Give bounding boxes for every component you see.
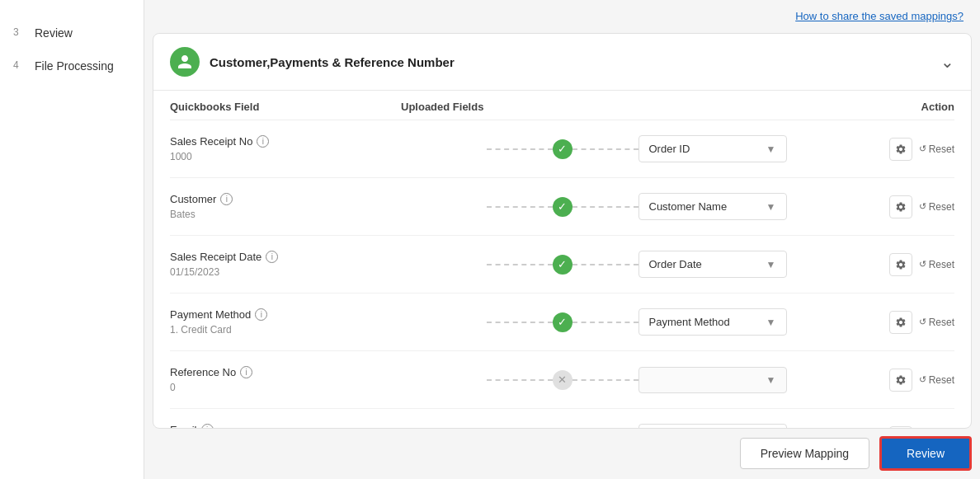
status-circle-empty: ✕	[553, 370, 572, 390]
uploaded-field-dropdown-2[interactable]: Order Date ▼	[638, 251, 787, 278]
qb-field-name-text: Email	[170, 424, 197, 428]
preview-mapping-button[interactable]: Preview Mapping	[740, 438, 869, 469]
uploaded-field-dropdown-3[interactable]: Payment Method ▼	[638, 308, 787, 336]
table-row: EmailiBates@gmail.com✓ Customer Email ▼ …	[170, 409, 954, 428]
status-circle-success: ✓	[553, 312, 572, 332]
uploaded-field-dropdown-4[interactable]: ▼	[638, 367, 787, 393]
qb-field-value-text: 1000	[170, 151, 401, 162]
sidebar-item-review[interactable]: 3 Review	[0, 16, 144, 49]
reset-button[interactable]: ↺Reset	[919, 201, 954, 213]
gear-settings-button[interactable]	[889, 369, 912, 392]
step-4-number: 4	[13, 59, 26, 71]
status-circle-success: ✓	[553, 255, 572, 275]
reset-icon: ↺	[919, 317, 926, 327]
info-icon[interactable]: i	[266, 251, 278, 263]
step-3-number: 3	[13, 26, 26, 38]
connector-line-left	[487, 206, 553, 208]
qb-field-name-text: Payment Method	[170, 308, 251, 321]
uploaded-field-dropdown-0[interactable]: Order ID ▼	[638, 135, 787, 162]
gear-settings-button[interactable]	[889, 426, 912, 429]
sidebar-item-file-processing-label: File Processing	[35, 59, 114, 73]
dropdown-selected-text: Order Date	[649, 258, 702, 270]
qb-field-4: Reference Noi0	[170, 366, 401, 393]
mapping-card: Customer,Payments & Reference Number ⌄ Q…	[153, 33, 972, 429]
reset-label: Reset	[929, 374, 954, 386]
reset-icon: ↺	[919, 259, 926, 270]
main-content: Customer,Payments & Reference Number ⌄ Q…	[153, 33, 972, 438]
card-body: Quickbooks Field Uploaded Fields Action …	[153, 91, 971, 428]
reset-label: Reset	[929, 143, 954, 155]
sidebar-item-review-label: Review	[35, 26, 73, 40]
table-row: Sales Receipt Noi1000✓ Order ID ▼ ↺Reset	[170, 120, 954, 178]
qb-field-name-text: Reference No	[170, 366, 236, 378]
qb-field-name-text: Sales Receipt Date	[170, 251, 261, 263]
status-circle-success: ✓	[553, 197, 572, 217]
connector-line-left	[487, 322, 553, 323]
card-title: Customer,Payments & Reference Number	[210, 55, 455, 69]
table-row: CustomeriBates✓ Customer Name ▼ ↺Reset	[170, 178, 954, 236]
info-icon[interactable]: i	[201, 424, 214, 428]
col-quickbooks-header: Quickbooks Field	[170, 101, 401, 113]
qb-field-2: Sales Receipt Datei01/15/2023	[170, 251, 401, 278]
info-icon[interactable]: i	[240, 366, 252, 378]
reset-icon: ↺	[919, 143, 926, 154]
reset-button[interactable]: ↺Reset	[919, 374, 954, 386]
reset-button[interactable]: ↺Reset	[919, 317, 954, 328]
info-icon[interactable]: i	[220, 193, 233, 205]
gear-settings-button[interactable]	[889, 138, 912, 161]
qb-field-value-text: 01/15/2023	[170, 266, 401, 278]
connector-line-left	[487, 148, 553, 150]
gear-settings-button[interactable]	[889, 195, 912, 218]
dropdown-arrow-icon: ▼	[766, 201, 776, 213]
col-uploaded-header: Uploaded Fields	[401, 101, 872, 113]
section-avatar-icon	[170, 47, 200, 77]
gear-settings-button[interactable]	[889, 311, 912, 334]
dropdown-arrow-icon: ▼	[766, 259, 776, 270]
connector-line-right	[572, 264, 638, 265]
how-to-share-link[interactable]: How to share the saved mappings?	[795, 10, 964, 22]
uploaded-field-dropdown-5[interactable]: Customer Email ▼	[638, 424, 787, 428]
qb-field-value-text: 1. Credit Card	[170, 324, 401, 336]
card-header: Customer,Payments & Reference Number ⌄	[153, 34, 971, 91]
connector-line-right	[572, 379, 638, 381]
qb-field-value-text: 0	[170, 382, 401, 393]
dropdown-selected-text: Customer Name	[649, 200, 728, 213]
qb-field-0: Sales Receipt Noi1000	[170, 135, 401, 162]
qb-field-3: Payment Methodi1. Credit Card	[170, 308, 401, 336]
reset-button[interactable]: ↺Reset	[919, 143, 954, 155]
connector-line-right	[572, 206, 638, 208]
qb-field-5: EmailiBates@gmail.com	[170, 424, 401, 428]
reset-icon: ↺	[919, 201, 926, 212]
status-circle-success: ✓	[553, 139, 572, 159]
review-button[interactable]: Review	[879, 436, 972, 471]
qb-field-1: CustomeriBates	[170, 193, 401, 220]
dropdown-arrow-icon: ▼	[766, 317, 776, 328]
table-header: Quickbooks Field Uploaded Fields Action	[170, 91, 954, 120]
dropdown-arrow-icon: ▼	[766, 374, 776, 386]
info-icon[interactable]: i	[257, 135, 269, 148]
reset-icon: ↺	[919, 374, 926, 385]
info-icon[interactable]: i	[255, 308, 267, 321]
bottom-actions: Preview Mapping Review	[740, 436, 972, 471]
action-area-4: ↺Reset	[872, 369, 954, 392]
action-area-2: ↺Reset	[872, 253, 954, 276]
reset-label: Reset	[929, 259, 954, 270]
uploaded-field-dropdown-1[interactable]: Customer Name ▼	[638, 193, 787, 220]
connector-line-right	[572, 148, 638, 150]
action-area-3: ↺Reset	[872, 311, 954, 334]
gear-settings-button[interactable]	[889, 253, 912, 276]
reset-label: Reset	[929, 317, 954, 328]
qb-field-name-text: Customer	[170, 193, 216, 205]
rows-container: Sales Receipt Noi1000✓ Order ID ▼ ↺Reset…	[170, 120, 954, 428]
connector-line-left	[487, 379, 553, 381]
reset-button[interactable]: ↺Reset	[919, 259, 954, 270]
dropdown-selected-text: Payment Method	[649, 316, 730, 328]
qb-field-name-text: Sales Receipt No	[170, 135, 252, 148]
qb-field-value-text: Bates	[170, 209, 401, 220]
sidebar: 3 Review 4 File Processing	[0, 0, 144, 479]
action-area-5: ↺Reset	[872, 426, 954, 429]
status-circle-success: ✓	[553, 428, 572, 429]
sidebar-item-file-processing[interactable]: 4 File Processing	[0, 49, 144, 82]
collapse-chevron-icon[interactable]: ⌄	[940, 52, 954, 72]
table-row: Sales Receipt Datei01/15/2023✓ Order Dat…	[170, 236, 954, 294]
